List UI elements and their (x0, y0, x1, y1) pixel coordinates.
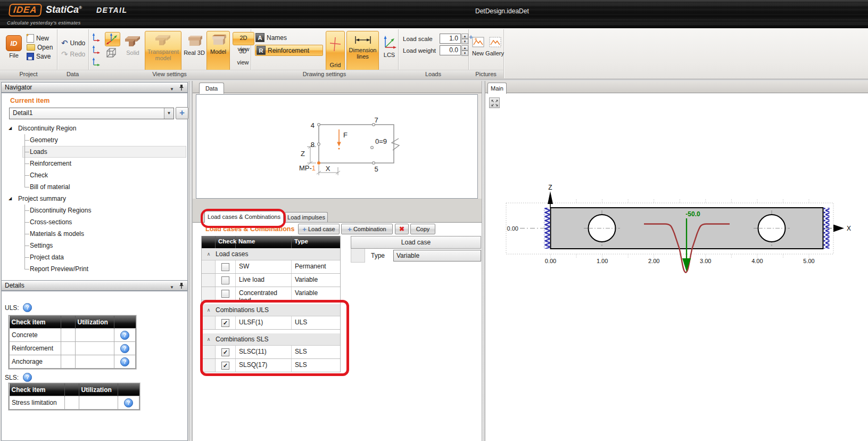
undo-button[interactable]: ↶ Undo (61, 39, 85, 47)
splitter-left[interactable] (189, 81, 193, 441)
tree-item-discontinuity-regions[interactable]: Discontinuity Regions (3, 205, 188, 216)
solid-view-button[interactable]: Solid (122, 32, 144, 70)
add-load-case-button[interactable]: +Load case (298, 224, 340, 234)
grid-toggle-button[interactable]: Grid (326, 31, 345, 71)
cell-name: Concentrated load (236, 287, 292, 300)
details-header[interactable]: Details ▼ (1, 280, 188, 291)
add-detail-button[interactable]: + (176, 107, 188, 119)
group-row-combinations-sls[interactable]: ∧Combinations SLS (202, 333, 340, 346)
spin-up-icon[interactable]: ▲ (461, 45, 468, 51)
real-3d-button[interactable]: Real 3D (183, 32, 205, 70)
sls-help-icon[interactable]: ? (23, 373, 32, 382)
tree-item-geometry[interactable]: Geometry (3, 134, 188, 146)
lcs-button[interactable]: LCS (381, 32, 398, 61)
tab-load-impulses[interactable]: Load impulses (285, 212, 328, 223)
load-weight-input[interactable]: 0.0 (440, 45, 461, 55)
ribbon-group-label-drawing: Drawing settings (251, 70, 398, 78)
zoom-fit-button[interactable] (489, 97, 500, 108)
table-row-concentrated-load[interactable]: Concentrated loadVariable (202, 287, 340, 300)
tree-group-discontinuity-region[interactable]: ◢Discontinuity Region (3, 123, 188, 134)
help-icon[interactable]: ? (120, 357, 129, 366)
lcs-axes-icon (382, 35, 397, 51)
spin-up-icon[interactable]: ▲ (461, 34, 468, 39)
geometry-diagram: 4 7 8 0=9 5 F Z X MP-1 (196, 95, 477, 198)
copy-button[interactable]: Copy (410, 224, 435, 234)
tree-item-bill-of-material[interactable]: Bill of material (3, 181, 188, 193)
mass-point-node[interactable] (317, 161, 320, 165)
view-axis-zx-icon[interactable] (92, 45, 101, 54)
save-button[interactable]: Save (27, 53, 51, 60)
tree-item-materials-models[interactable]: Materials & models (3, 228, 188, 240)
geometry-diagram-canvas[interactable]: 4 7 8 0=9 5 F Z X MP-1 (196, 94, 478, 199)
load-scale-spinner[interactable]: ▲▼ (461, 34, 468, 44)
tree-item-settings[interactable]: Settings (3, 240, 188, 251)
spin-down-icon[interactable]: ▼ (461, 51, 468, 56)
load-weight-spinner[interactable]: ▲▼ (461, 45, 468, 55)
details-title: Details (5, 282, 24, 289)
tree-item-cross-sections[interactable]: Cross-sections (3, 216, 188, 228)
table-row-slsc11[interactable]: ✓SLSC(11)SLS (202, 346, 340, 359)
names-toggle-button[interactable]: A Names (255, 33, 287, 42)
view-axis-zy-icon[interactable] (92, 57, 101, 67)
navigator-header[interactable]: Navigator ▼ (1, 82, 188, 93)
tree-item-report-preview-print[interactable]: Report Preview/Print (3, 263, 188, 275)
spin-down-icon[interactable]: ▼ (461, 39, 468, 44)
group-row-load-cases[interactable]: ∧Load cases (202, 248, 340, 260)
dimension-lines-toggle-button[interactable]: Dimension lines (346, 31, 379, 71)
picture-new-button[interactable]: + New (469, 33, 486, 64)
view-axonometry-button[interactable] (105, 32, 120, 46)
undo-icon: ↶ (61, 40, 68, 46)
group-row-combinations-uls[interactable]: ∧Combinations ULS (202, 304, 340, 316)
tree-item-reinforcement[interactable]: Reinforcement (3, 158, 188, 169)
cell-name: Live load (236, 274, 292, 287)
tab-data[interactable]: Data (199, 83, 224, 94)
model-view-button[interactable]: Model (206, 31, 230, 71)
delete-button[interactable]: ✖ (395, 224, 409, 234)
checkbox[interactable] (221, 276, 229, 284)
type-dropdown[interactable]: Variable (393, 250, 481, 262)
tree-expand-icon[interactable]: ◢ (9, 123, 12, 134)
redo-button[interactable]: ↷ Redo (61, 51, 85, 58)
force-label: F (343, 131, 348, 139)
picture-gallery-button[interactable]: Gallery (486, 33, 503, 64)
tree-item-loads[interactable]: Loads (3, 146, 188, 158)
reinforcement-toggle-button[interactable]: R Reinforcement (255, 45, 323, 56)
view-cube-button[interactable] (105, 47, 119, 60)
checkbox[interactable] (221, 263, 229, 271)
checkbox-checked[interactable]: ✓ (221, 362, 229, 370)
chevron-down-icon[interactable]: ▼ (164, 108, 173, 119)
new-button-label: New (36, 35, 49, 42)
open-button[interactable]: Open (27, 44, 53, 51)
tree-item-check[interactable]: Check (3, 169, 188, 181)
collapse-icon[interactable]: ∧ (202, 307, 216, 313)
checkbox-checked[interactable]: ✓ (221, 348, 229, 356)
load-scale-input[interactable]: 1.0 (440, 34, 461, 44)
splitter-right[interactable] (482, 81, 485, 441)
tree-expand-icon[interactable]: ◢ (9, 193, 12, 205)
tree-label: Geometry (30, 134, 58, 146)
help-icon[interactable]: ? (120, 344, 129, 353)
tree-item-project-data[interactable]: Project data (3, 251, 188, 263)
checkbox-checked[interactable]: ✓ (221, 319, 229, 327)
new-button[interactable]: ✦ New (27, 34, 49, 43)
tab-load-cases-combinations[interactable]: Load cases & Combinations (204, 211, 284, 223)
uls-label: ULS: (5, 304, 19, 312)
table-row-slsq17[interactable]: ✓SLSQ(17)SLS (202, 359, 340, 372)
checkbox[interactable] (221, 290, 229, 298)
view-axis-xy-icon[interactable] (92, 32, 101, 42)
help-icon[interactable]: ? (124, 398, 133, 407)
current-item-combobox[interactable]: Detail1 ▼ (9, 108, 174, 119)
table-row-sw[interactable]: SWPermanent (202, 260, 340, 274)
tree-group-project-summary[interactable]: ◢Project summary (3, 193, 188, 205)
table-row-live-load[interactable]: Live loadVariable (202, 274, 340, 287)
add-combination-button[interactable]: +Combination (341, 224, 393, 234)
tab-main[interactable]: Main (487, 83, 507, 94)
help-icon[interactable]: ? (120, 331, 129, 340)
table-row-ulsf1[interactable]: ✓ULSF(1)ULS (202, 316, 340, 330)
transparent-model-button[interactable]: Transparent model (145, 31, 181, 71)
uls-help-icon[interactable]: ? (23, 303, 32, 312)
collapse-icon[interactable]: ∧ (202, 251, 216, 257)
file-button[interactable]: ID File (4, 32, 24, 63)
col-name: Name (236, 236, 292, 248)
collapse-icon[interactable]: ∧ (202, 337, 216, 342)
